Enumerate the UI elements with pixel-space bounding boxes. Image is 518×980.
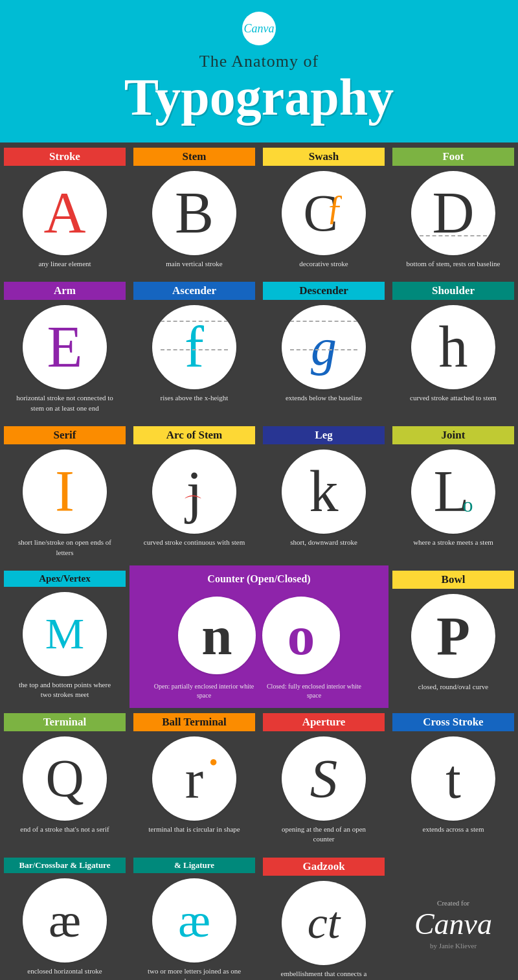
- desc-stem: main vertical stroke: [166, 259, 222, 269]
- label-foot: Foot: [392, 148, 514, 166]
- circle-arc-of-stem: j ⌒: [152, 450, 236, 534]
- cell-aperture: Aperture S opening at the end of an open…: [259, 708, 388, 852]
- cell-arc-of-stem: Arc of Stem j ⌒ curved stroke continuous…: [130, 421, 259, 565]
- label-ligature: & Ligature: [133, 858, 255, 873]
- letter-P: P: [436, 604, 470, 668]
- letter-ae1: æ: [49, 893, 81, 948]
- circle-bowl: P: [411, 594, 495, 678]
- desc-swash: decorative stroke: [299, 259, 348, 269]
- letter-h: h: [439, 318, 468, 376]
- canva-logo-top: Canva: [242, 12, 276, 45]
- letter-swash-f: ƒ: [326, 187, 344, 227]
- cell-joint: Joint L ο where a stroke meets a stem: [388, 421, 518, 565]
- circle-apex: M: [23, 592, 107, 676]
- cell-ligature: & Ligature æ two or more letters joined …: [130, 852, 259, 980]
- desc-arc-of-stem: curved stroke continuous with stem: [144, 538, 245, 547]
- cell-leg: Leg k short, downward stroke: [259, 421, 388, 565]
- letter-f: f: [185, 318, 204, 376]
- cell-terminal: Terminal Q end of a stroke that's not a …: [0, 708, 130, 852]
- letter-Q: Q: [45, 752, 84, 805]
- label-stem: Stem: [133, 148, 255, 166]
- ascender-dashed-line2: [161, 349, 228, 350]
- letter-o: o: [287, 604, 315, 667]
- label-swash: Swash: [263, 148, 385, 166]
- desc-leg: short, downward stroke: [290, 538, 357, 547]
- row-1: Stroke A any linear element Stem B main …: [0, 142, 518, 277]
- credit-by: by Janie Kliever: [430, 942, 477, 950]
- circle-shoulder: h: [411, 305, 495, 389]
- circle-arm: E: [23, 305, 107, 389]
- descender-dashed-line2: [290, 349, 357, 350]
- header-title: Typography: [13, 71, 505, 123]
- letter-k: k: [310, 462, 339, 521]
- cell-bowl: Bowl P closed, round/oval curve: [388, 565, 518, 708]
- label-apex: Apex/Vertex: [4, 571, 126, 587]
- letter-A: A: [44, 184, 86, 242]
- desc-bowl: closed, round/oval curve: [418, 682, 488, 692]
- letter-M: M: [45, 608, 84, 659]
- circle-serif: I: [23, 450, 107, 534]
- circle-counter-open: n: [178, 597, 256, 674]
- circle-cross-stroke: t: [411, 736, 495, 821]
- desc-stroke: any linear element: [38, 259, 91, 269]
- cell-foot: Foot D bottom of stem, rests on baseline: [388, 142, 518, 277]
- desc-cross-stroke: extends across a stem: [423, 825, 484, 834]
- label-bowl: Bowl: [392, 571, 514, 589]
- header: Canva The Anatomy of Typography: [0, 0, 518, 142]
- desc-ascender: rises above the x-height: [161, 393, 229, 403]
- circle-ascender: f: [152, 305, 236, 389]
- cell-apex: Apex/Vertex M the top and bottom points …: [0, 565, 130, 708]
- cell-ascender: Ascender f rises above the x-height: [130, 277, 259, 421]
- cell-cross-stroke: Cross Stroke t extends across a stem: [388, 708, 518, 852]
- cell-ball-terminal: Ball Terminal r ● terminal that is circu…: [130, 708, 259, 852]
- credit-canva-logo: Canva: [414, 909, 492, 939]
- row-3: Serif I short line/stroke on open ends o…: [0, 421, 518, 565]
- label-leg: Leg: [263, 426, 385, 444]
- row-5: Terminal Q end of a stroke that's not a …: [0, 708, 518, 852]
- circle-gadzook: ct: [282, 881, 366, 965]
- desc-aperture: opening at the end of an open counter: [272, 825, 376, 845]
- letter-S: S: [310, 747, 338, 810]
- desc-arm: horizontal stroke not connected to stem …: [13, 393, 117, 413]
- desc-apex: the top and bottom points where two stro…: [13, 680, 117, 700]
- cell-descender: Descender g extends below the baseline: [259, 277, 388, 421]
- cell-gadzook: Gadzook ct embellishment that connects a…: [259, 852, 388, 980]
- counter-descs: Open: partially enclosed interior white …: [133, 682, 385, 700]
- label-terminal: Terminal: [4, 713, 126, 731]
- label-counter: Counter (Open/Closed): [133, 571, 385, 587]
- circle-leg: k: [282, 450, 366, 534]
- desc-serif: short line/stroke on open ends of letter…: [13, 538, 117, 558]
- circle-stem: B: [152, 171, 236, 255]
- circle-counter-closed: o: [262, 597, 340, 674]
- letter-g: g: [311, 321, 337, 373]
- ball-dot: ●: [209, 753, 218, 770]
- cell-stem: Stem B main vertical stroke: [130, 142, 259, 277]
- circle-descender: g: [282, 305, 366, 389]
- cell-bar-crossbar: Bar/Crossbar & Ligature æ enclosed horiz…: [0, 852, 130, 980]
- letter-joint-o: ο: [462, 493, 473, 517]
- desc-ball-terminal: terminal that is circular in shape: [148, 825, 240, 834]
- desc-descender: extends below the baseline: [286, 393, 362, 403]
- label-ascender: Ascender: [133, 282, 255, 300]
- cell-stroke: Stroke A any linear element: [0, 142, 130, 277]
- label-arm: Arm: [4, 282, 126, 300]
- label-bar-crossbar: Bar/Crossbar & Ligature: [4, 858, 126, 873]
- desc-foot: bottom of stem, rests on baseline: [407, 259, 501, 269]
- circle-ligature: æ: [152, 878, 236, 963]
- letter-r: r: [185, 747, 203, 810]
- letter-E: E: [47, 318, 83, 376]
- counter-circles: n o: [178, 591, 340, 678]
- label-ball-terminal: Ball Terminal: [133, 713, 255, 731]
- foot-dashed-line: [420, 235, 487, 236]
- cell-swash: Swash C ƒ decorative stroke: [259, 142, 388, 277]
- cell-arm: Arm E horizontal stroke not connected to…: [0, 277, 130, 421]
- circle-terminal: Q: [23, 736, 107, 821]
- desc-counter-closed: Closed: fully enclosed interior white sp…: [262, 682, 366, 700]
- cell-counter: Counter (Open/Closed) n o Open: partiall…: [130, 565, 388, 708]
- label-serif: Serif: [4, 426, 126, 444]
- desc-counter-open: Open: partially enclosed interior white …: [152, 682, 256, 700]
- label-arc-of-stem: Arc of Stem: [133, 426, 255, 444]
- desc-terminal: end of a stroke that's not a serif: [20, 825, 109, 834]
- letter-B: B: [175, 184, 214, 242]
- circle-stroke: A: [23, 171, 107, 255]
